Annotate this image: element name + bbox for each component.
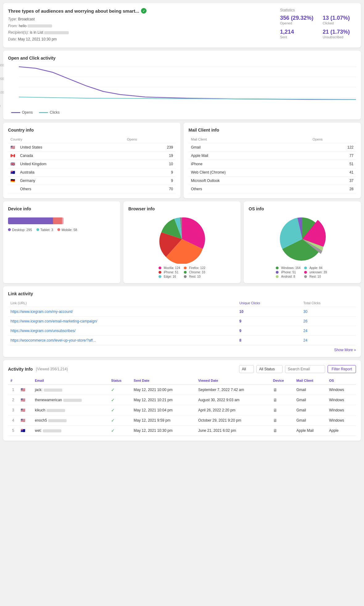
activity-info-subtitle: (Viewed 356/1,214) (36, 367, 68, 371)
mail-client-row: Web Client (Chrome) 41 (188, 168, 356, 177)
rest-os-dot (304, 275, 307, 278)
col-opens-client: Opens (310, 136, 356, 143)
header-meta: Type: Broadcast From: hello Recipient(s)… (8, 16, 147, 43)
mail-client-title: Mail Client info (188, 128, 356, 133)
row-flag: 🇦🇺 (18, 426, 32, 436)
col-os: OS (327, 377, 356, 385)
clicks-legend-line (39, 112, 48, 113)
stats-grid: 356 (29.32%) Opened 13 (1.07%) Clicked 1… (280, 15, 356, 39)
country-row: 🇺🇸 United States 239 (8, 143, 176, 152)
row-status: ✓ (109, 385, 131, 395)
mail-client-opens: 77 (310, 152, 356, 160)
recipients-blur (44, 31, 69, 34)
opened-label: Opened (280, 21, 313, 25)
mail-client-opens: 28 (310, 185, 356, 193)
country-row: 🇩🇪 Germany 9 (8, 177, 176, 185)
row-device: 🖥 (271, 426, 294, 436)
mail-client-row: Gmail 122 (188, 143, 356, 152)
link-table: Link (URL) Unique Clicks Total Clicks ht… (8, 299, 356, 345)
col-flag (18, 377, 32, 385)
mozilla-dot (159, 267, 161, 269)
row-mail-client: Gmail (294, 415, 327, 426)
col-country: Country (8, 136, 125, 143)
status-check-icon: ✓ (141, 8, 147, 14)
row-viewed-date: October 29, 2021 9:20 pm (196, 415, 270, 426)
os-legend: Windows: 164 Apple: 84 iPhone: 51 unknow… (276, 266, 329, 278)
all-dropdown[interactable]: All (239, 365, 254, 373)
mail-client-name: iPhone (188, 160, 310, 168)
opens-legend: Opens (11, 110, 33, 115)
tablet-legend: Tablet: 3 (36, 228, 53, 232)
unsub-value: 21 (1.73%) (323, 29, 356, 35)
clicks-legend-label: Clicks (50, 110, 60, 115)
country-flag: 🇬🇧 (8, 160, 18, 168)
mail-client-name: Web Client (Chrome) (188, 168, 310, 177)
row-email: thenewamerican (32, 395, 109, 405)
row-mail-client: Gmail (294, 385, 327, 395)
stat-clicked: 13 (1.07%) Clicked (323, 15, 356, 25)
opens-legend-label: Opens (22, 110, 33, 115)
device-browser-os-row: Device info Desktop: 295 Tablet: 3 Mobil… (3, 201, 361, 283)
status-dropdown[interactable]: All Status (256, 365, 283, 373)
country-row: 🇬🇧 United Kingdom 10 (8, 160, 176, 168)
row-mail-client: Apple Mail (294, 426, 327, 436)
desktop-segment (8, 217, 53, 224)
row-os: Windows (327, 415, 356, 426)
search-email-input[interactable] (285, 365, 325, 373)
stat-sent: 1,214 Sent (280, 29, 313, 39)
os-pie-container: Windows: 164 Apple: 84 iPhone: 51 unknow… (249, 214, 356, 278)
stat-opened: 356 (29.32%) Opened (280, 15, 313, 25)
country-opens: 9 (125, 168, 176, 177)
chart-legend: Opens Clicks (8, 110, 356, 115)
country-row: 🇦🇺 Australia 9 (8, 168, 176, 177)
filter-report-button[interactable]: Filter Report (328, 365, 356, 373)
clicked-label: Clicked (323, 21, 356, 25)
link-url: https://woocommerce.com/level-up-your-st… (8, 336, 237, 345)
status-check: ✓ (111, 418, 115, 423)
monitor-icon: 🖥 (273, 387, 277, 392)
total-clicks: 26 (301, 317, 356, 326)
all-dropdown-wrap[interactable]: All (239, 365, 254, 373)
row-status: ✓ (109, 395, 131, 405)
link-row: https://www.icegram.com/email-marketing-… (8, 317, 356, 326)
country-name: United Kingdom (18, 160, 125, 168)
header-left: Three types of audiences and worrying ab… (8, 8, 147, 43)
row-viewed-date: June 21, 2021 6:02 pm (196, 426, 270, 436)
mail-client-name: Apple Mail (188, 152, 310, 160)
device-title: Device info (8, 206, 115, 211)
link-activity-card: Link activity Link (URL) Unique Clicks T… (3, 286, 361, 357)
monitor-icon: 🖥 (273, 398, 277, 402)
browser-title: Browser info (128, 206, 236, 211)
from-blur (27, 24, 52, 27)
mail-client-opens: 37 (310, 177, 356, 185)
sent-label: Sent (280, 35, 313, 39)
row-flag: 🇺🇸 (18, 395, 32, 405)
country-opens: 19 (125, 152, 176, 160)
mail-client-name: Others (188, 185, 310, 193)
show-more-btn[interactable]: Show More » (8, 345, 356, 352)
clicks-legend: Clicks (39, 110, 60, 115)
total-clicks: 24 (301, 336, 356, 345)
status-dropdown-wrap[interactable]: All Status (256, 365, 283, 373)
country-opens: 10 (125, 160, 176, 168)
desktop-dot (8, 228, 11, 231)
campaign-title: Three types of audiences and worrying ab… (8, 8, 147, 14)
mail-client-name: Microsoft Outlook (188, 177, 310, 185)
activity-row: 5 🇦🇺 wet: ✓ May 12, 2021 10:30 pm June 2… (8, 426, 356, 436)
total-clicks: 24 (301, 326, 356, 336)
col-client: Mail Client (188, 136, 310, 143)
device-bar-wrap (8, 217, 115, 224)
clicked-value: 13 (1.07%) (323, 15, 356, 21)
opened-value: 356 (29.32%) (280, 15, 313, 21)
row-sent-date: May 12, 2021 10:21 pm (131, 395, 196, 405)
iphone-browser-dot (159, 271, 161, 274)
unique-clicks: 9 (237, 326, 301, 336)
row-status: ✓ (109, 405, 131, 415)
country-title: Country info (8, 128, 176, 133)
browser-info-card: Browser info (123, 201, 241, 283)
row-num: 1 (8, 385, 18, 395)
row-os: Windows (327, 385, 356, 395)
os-info-card: OS info Windows: 164 (244, 201, 361, 283)
header-card: Three types of audiences and worrying ab… (3, 3, 361, 48)
col-sent-date: Sent Date (131, 377, 196, 385)
